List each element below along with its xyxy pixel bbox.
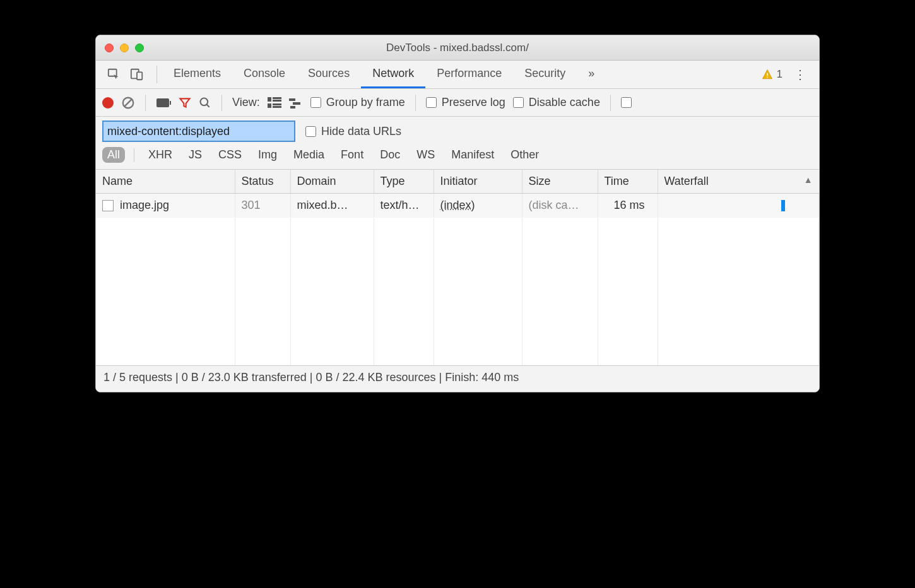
svg-rect-4	[767, 77, 768, 78]
filter-icon[interactable]	[179, 97, 191, 109]
file-icon	[102, 200, 114, 211]
type-doc[interactable]: Doc	[375, 147, 405, 163]
cell-name: image.jpg	[120, 199, 169, 212]
col-domain[interactable]: Domain	[290, 170, 374, 194]
window-title: DevTools - mixed.badssl.com/	[96, 42, 819, 54]
svg-rect-11	[268, 97, 271, 102]
more-menu-icon[interactable]: ⋮	[791, 67, 809, 82]
resource-type-filters: All XHR JS CSS Img Media Font Doc WS Man…	[96, 144, 819, 170]
svg-rect-19	[290, 106, 295, 109]
svg-rect-13	[273, 100, 281, 102]
filter-input[interactable]	[102, 121, 295, 142]
svg-line-6	[124, 98, 133, 107]
svg-rect-18	[293, 102, 300, 105]
offline-checkbox-partial[interactable]	[621, 97, 634, 108]
svg-rect-3	[767, 73, 768, 76]
clear-button[interactable]	[121, 96, 135, 110]
svg-rect-12	[273, 97, 281, 99]
type-img[interactable]: Img	[253, 147, 282, 163]
cell-type: text/h…	[374, 194, 434, 218]
inspect-element-icon[interactable]	[107, 68, 121, 81]
col-status[interactable]: Status	[235, 170, 290, 194]
tab-console[interactable]: Console	[232, 61, 297, 88]
cell-waterfall	[658, 194, 819, 218]
svg-rect-0	[109, 69, 117, 76]
table-row[interactable]: image.jpg 301 mixed.b… text/h… (index) (…	[96, 194, 819, 218]
cell-initiator[interactable]: (index)	[440, 199, 475, 211]
close-button[interactable]	[105, 44, 114, 52]
col-initiator[interactable]: Initiator	[434, 170, 522, 194]
col-name[interactable]: Name	[96, 170, 235, 194]
cell-domain: mixed.b…	[290, 194, 374, 218]
hide-data-urls-checkbox[interactable]: Hide data URLs	[305, 125, 401, 138]
type-css[interactable]: CSS	[213, 147, 247, 163]
search-icon[interactable]	[199, 97, 211, 109]
waterfall-bar	[781, 200, 785, 211]
group-by-frame-checkbox[interactable]: Group by frame	[310, 96, 405, 109]
svg-rect-2	[137, 72, 142, 79]
large-rows-icon[interactable]	[268, 97, 281, 109]
type-font[interactable]: Font	[336, 147, 369, 163]
view-label: View:	[232, 96, 260, 109]
record-button[interactable]	[102, 97, 114, 109]
filter-bar: Hide data URLs	[96, 117, 819, 144]
svg-rect-17	[289, 98, 295, 101]
svg-rect-7	[156, 98, 169, 107]
type-ws[interactable]: WS	[411, 147, 440, 163]
traffic-lights	[96, 44, 144, 52]
svg-rect-16	[273, 106, 281, 108]
panel-tabs: Elements Console Sources Network Perform…	[162, 61, 606, 88]
tab-performance[interactable]: Performance	[425, 61, 513, 88]
cell-time: 16 ms	[598, 194, 658, 218]
col-waterfall[interactable]: Waterfall▲	[658, 170, 819, 194]
tab-elements[interactable]: Elements	[162, 61, 232, 88]
tab-sources[interactable]: Sources	[297, 61, 361, 88]
type-xhr[interactable]: XHR	[143, 147, 177, 163]
request-table: Name Status Domain Type Initiator Size T…	[96, 170, 819, 365]
device-toggle-icon[interactable]	[130, 68, 144, 81]
disable-cache-checkbox[interactable]: Disable cache	[513, 96, 600, 109]
col-size[interactable]: Size	[522, 170, 598, 194]
network-toolbar: View: Group by frame Preserve log Disabl…	[96, 89, 819, 117]
tab-network[interactable]: Network	[361, 61, 425, 88]
cell-status: 301	[235, 194, 290, 218]
devtools-window: DevTools - mixed.badssl.com/ Elements Co…	[95, 35, 820, 392]
svg-line-10	[207, 104, 210, 107]
svg-rect-15	[273, 103, 281, 105]
svg-rect-14	[268, 103, 271, 108]
cell-size: (disk ca…	[522, 194, 598, 218]
preserve-log-checkbox[interactable]: Preserve log	[426, 96, 505, 109]
capture-screenshots-icon[interactable]	[156, 97, 171, 109]
svg-rect-8	[170, 101, 171, 105]
col-type[interactable]: Type	[374, 170, 434, 194]
overview-icon[interactable]	[289, 97, 303, 109]
type-all[interactable]: All	[102, 147, 125, 163]
tab-security[interactable]: Security	[513, 61, 577, 88]
warnings-badge[interactable]: 1	[762, 68, 782, 81]
warning-icon	[762, 69, 773, 80]
titlebar: DevTools - mixed.badssl.com/	[96, 35, 819, 61]
warning-count: 1	[777, 68, 782, 81]
maximize-button[interactable]	[135, 44, 144, 52]
type-js[interactable]: JS	[184, 147, 207, 163]
type-manifest[interactable]: Manifest	[446, 147, 499, 163]
tabs-overflow[interactable]: »	[577, 61, 606, 88]
type-other[interactable]: Other	[505, 147, 544, 163]
col-time[interactable]: Time	[598, 170, 658, 194]
status-bar: 1 / 5 requests | 0 B / 23.0 KB transferr…	[96, 365, 819, 392]
minimize-button[interactable]	[120, 44, 129, 52]
sort-asc-icon: ▲	[804, 175, 813, 185]
svg-point-9	[201, 98, 208, 105]
panel-tabbar: Elements Console Sources Network Perform…	[96, 61, 819, 89]
type-media[interactable]: Media	[288, 147, 329, 163]
